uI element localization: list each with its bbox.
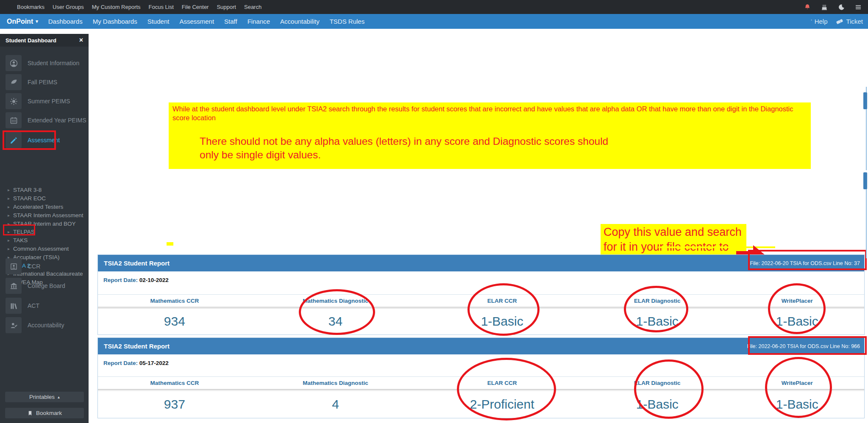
nav-item-tsds-rules[interactable]: TSDS Rules <box>330 18 365 25</box>
yellow-dash-mark <box>167 242 173 246</box>
sidebar-title: Student Dashboard <box>6 37 56 44</box>
bell-icon[interactable] <box>804 3 811 11</box>
sidebar-item-act[interactable]: ACT <box>0 297 89 315</box>
triangle-right-icon: ▸ <box>8 213 10 218</box>
sidebar-item-accountability[interactable]: Accountability <box>0 316 89 334</box>
sidebar-header: Student Dashboard × <box>0 34 89 47</box>
chevron-down-icon: ▾ <box>36 19 38 24</box>
file-label-highlight-box-1 <box>748 250 867 270</box>
person-icon <box>9 59 18 68</box>
person-check-icon <box>9 321 18 330</box>
sidebar-item-ccr[interactable]: CCR <box>0 257 89 275</box>
nav-item-accountability[interactable]: Accountability <box>280 18 320 25</box>
nav-item-finance[interactable]: Finance <box>248 18 270 25</box>
circle-writeplacer-r1 <box>768 283 826 334</box>
student-card-icon <box>9 262 18 271</box>
sidebar-item-label: Summer PEIMS <box>28 98 70 105</box>
circle-elar-ccr-r1 <box>467 283 540 336</box>
column-header: Mathematics CCR <box>98 377 251 389</box>
cake-icon[interactable] <box>821 3 828 11</box>
instruction-note-line2: There should not be any alpha values (le… <box>200 135 623 162</box>
column-header: Mathematics Diagnostic <box>251 377 420 389</box>
nav-item-my-dashboards[interactable]: My Dashboards <box>93 18 137 25</box>
report-date: Report Date: 02-10-2022 <box>103 277 169 283</box>
printables-button[interactable]: Printables▴ <box>5 392 84 402</box>
help-tick-mark: ' <box>811 18 812 25</box>
circle-elar-diagnostic-r2 <box>634 359 704 419</box>
bookmark-button[interactable]: Bookmark <box>5 408 84 418</box>
sidebar-item-label: College Board <box>28 282 65 289</box>
report-date: Report Date: 05-17-2022 <box>103 360 169 366</box>
instruction-note: While at the student dashboard level und… <box>169 102 811 169</box>
assessment-highlight-box <box>3 130 56 150</box>
sidebar-item-extended-year-peims[interactable]: Extended Year PEIMS <box>0 111 89 129</box>
sub-item-taks[interactable]: ▸TAKS <box>8 236 83 245</box>
sub-item-common-assessment[interactable]: ▸Common Assessment <box>8 245 83 253</box>
sidebar-item-label: CCR <box>28 263 40 270</box>
column-header: Mathematics CCR <box>98 295 251 307</box>
sub-item-staar-interim-assessment[interactable]: ▸STAAR Interim Assessment <box>8 211 83 219</box>
triangle-right-icon: ▸ <box>8 188 10 192</box>
main-content: While at the student dashboard level und… <box>89 29 868 423</box>
bookmark-icon <box>27 410 33 416</box>
right-flyout-handle-1[interactable] <box>863 92 867 109</box>
sun-icon <box>9 97 18 106</box>
nav-item-student[interactable]: Student <box>147 18 170 25</box>
triangle-right-icon: ▸ <box>8 205 10 209</box>
moon-icon[interactable] <box>837 3 845 11</box>
sidebar-item-label: Extended Year PEIMS <box>28 117 86 124</box>
score-value: 937 <box>98 390 251 418</box>
right-flyout-handle-2[interactable] <box>863 172 867 189</box>
circle-math-diagnostic-r1 <box>299 289 375 335</box>
ticket-link[interactable]: Ticket <box>835 17 863 26</box>
chevron-up-icon: ▴ <box>58 395 60 399</box>
sidebar-item-fall-peims[interactable]: Fall PEIMS <box>0 73 89 91</box>
circle-elar-ccr-r2 <box>457 358 556 420</box>
circle-writeplacer-r2 <box>765 357 832 418</box>
sidebar-item-label: Fall PEIMS <box>28 79 57 86</box>
help-link[interactable]: 'Help <box>811 18 827 25</box>
nav-item-staff[interactable]: Staff <box>224 18 237 25</box>
triangle-right-icon: ▸ <box>8 246 10 251</box>
sidebar-item-label: Student Information <box>28 60 79 66</box>
topbar-item-focus-list[interactable]: Focus List <box>149 4 174 10</box>
top-utility-bar: Bookmarks User Groups My Custom Reports … <box>0 0 868 14</box>
sub-item-staar-eoc[interactable]: ▸STAAR EOC <box>8 194 83 203</box>
leaf-icon <box>9 78 18 87</box>
topbar-item-bookmarks[interactable]: Bookmarks <box>17 4 45 10</box>
nav-item-assessment[interactable]: Assessment <box>179 18 214 25</box>
topbar-item-file-center[interactable]: File Center <box>182 4 209 10</box>
bank-icon <box>9 282 18 290</box>
triangle-right-icon: ▸ <box>8 196 10 201</box>
topbar-item-my-custom-reports[interactable]: My Custom Reports <box>92 4 141 10</box>
nav-right-group: 'Help Ticket <box>811 14 863 29</box>
sub-item-staar-3-8[interactable]: ▸STAAR 3-8 <box>8 186 83 194</box>
student-dashboard-sidebar: Student Dashboard × Student Information … <box>0 34 89 423</box>
ticket-icon <box>835 17 844 26</box>
sidebar-item-college-board[interactable]: College Board <box>0 277 89 295</box>
nav-item-dashboards[interactable]: Dashboards <box>48 18 83 25</box>
brand-onpoint[interactable]: OnPoint▾ <box>7 18 38 25</box>
books-icon <box>9 301 18 310</box>
instruction-note-line1: While at the student dashboard level und… <box>172 105 807 122</box>
sidebar-item-summer-peims[interactable]: Summer PEIMS <box>0 92 89 110</box>
sidebar-item-label: Accountability <box>28 322 64 329</box>
file-label-highlight-box-2 <box>748 336 867 355</box>
triangle-right-icon: ▸ <box>8 238 10 243</box>
circle-elar-diagnostic-r1 <box>624 286 688 332</box>
topbar-item-support[interactable]: Support <box>217 4 236 10</box>
sidebar-item-student-information[interactable]: Student Information <box>0 54 89 72</box>
sub-item-accelerated-testers[interactable]: ▸Accelerated Testers <box>8 203 83 211</box>
report-panel-title: TSIA2 Student Report <box>104 260 170 267</box>
topbar-item-search[interactable]: Search <box>244 4 262 10</box>
score-value: 934 <box>98 308 251 335</box>
main-nav-bar: OnPoint▾ Dashboards My Dashboards Studen… <box>0 14 868 29</box>
menu-icon[interactable] <box>854 3 862 11</box>
report-panel-title: TSIA2 Student Report <box>104 343 170 350</box>
tsia2-highlight-box <box>3 224 35 235</box>
close-icon[interactable]: × <box>79 37 83 44</box>
calendar-icon <box>9 116 18 125</box>
topbar-item-user-groups[interactable]: User Groups <box>53 4 84 10</box>
topbar-icon-group <box>804 0 862 14</box>
sidebar-item-label: ACT <box>28 302 39 309</box>
